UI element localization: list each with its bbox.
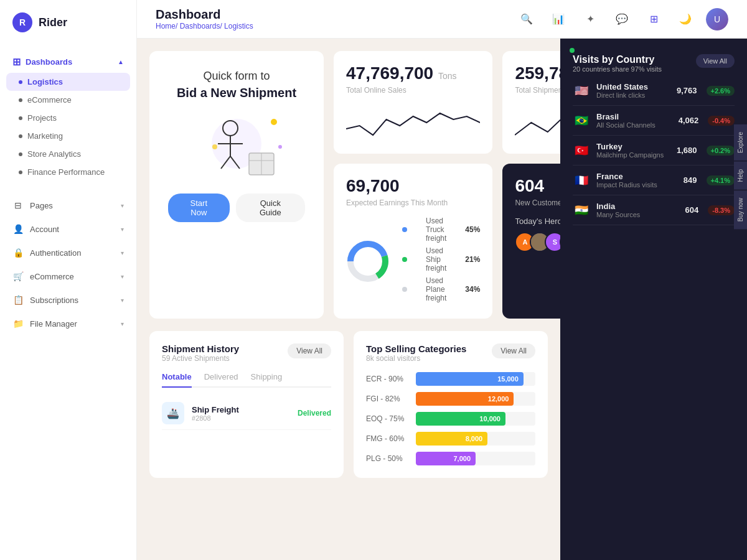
tab-notable[interactable]: Notable	[162, 372, 192, 388]
theme-icon[interactable]: 🌙	[674, 8, 697, 30]
start-now-button[interactable]: Start Now	[168, 194, 230, 222]
shipment-history-subtitle: 59 Active Shipments	[162, 354, 239, 363]
grid-icon[interactable]: ⊞	[642, 8, 665, 30]
sidebar-item-ecommerce-main[interactable]: 🛒 eCommerce ▾	[0, 264, 136, 288]
total-shipments-value: 259,786	[515, 63, 560, 83]
shipments-chart	[515, 104, 560, 141]
bottom-row: Shipment History 59 Active Shipments Vie…	[149, 331, 548, 478]
dot-icon	[19, 80, 22, 84]
tab-delivered[interactable]: Delivered	[204, 372, 238, 386]
visits-title-group: Visits by Country 20 countries share 97%…	[573, 54, 662, 73]
top-selling-card: Top Selling Categories 8k social visitor…	[354, 331, 548, 478]
country-info-2: Turkey Mailchimp Campaigns	[596, 142, 666, 159]
top-selling-view-all[interactable]: View All	[492, 343, 535, 358]
earnings-value: 69,700	[346, 176, 480, 196]
sidebar-item-marketing[interactable]: Marketing	[0, 127, 136, 145]
shipment-list: 🚢 Ship Freight #2808 Delivered	[162, 397, 331, 430]
subscriptions-icon: 📋	[12, 294, 24, 306]
sidebar-item-projects[interactable]: Projects	[0, 109, 136, 127]
sidebar-item-store-analytics[interactable]: Store Analytics	[0, 145, 136, 163]
country-source-4: Many Sources	[596, 211, 667, 218]
explore-tab[interactable]: Explore	[734, 124, 747, 161]
sidebar-item-file-manager[interactable]: 📁 File Manager ▾	[0, 312, 136, 335]
shipment-history-header: Shipment History 59 Active Shipments Vie…	[162, 343, 331, 363]
bar-item-1: FGI - 82% 12,000	[366, 392, 535, 406]
country-value-2: 1,680	[672, 146, 697, 155]
chevron-down-icon: ▾	[121, 250, 124, 256]
hero-illustration	[181, 110, 293, 184]
shipment-item-1: 🚢 Ship Freight #2808 Delivered	[162, 397, 331, 430]
bar-label-3: FMG - 60%	[366, 434, 410, 443]
sidebar-group-dashboards[interactable]: ⊞ Dashboards ▲	[0, 51, 136, 73]
logo: R Rider	[0, 0, 136, 45]
help-tab[interactable]: Help	[734, 162, 747, 190]
earnings-label: Expected Earnings This Month	[346, 198, 480, 207]
avatar[interactable]: U	[706, 8, 728, 30]
svg-point-11	[278, 145, 282, 149]
visits-view-all[interactable]: View All	[696, 54, 735, 68]
country-source-0: Direct link clicks	[596, 91, 666, 99]
country-name-4: India	[596, 202, 667, 211]
country-value-0: 9,763	[672, 86, 697, 95]
shipment-id-1: #2808	[192, 414, 290, 422]
ecommerce-icon: 🛒	[12, 271, 24, 282]
sidebar-item-account[interactable]: 👤 Account ▾	[0, 217, 136, 241]
sidebar-item-subscriptions[interactable]: 📋 Subscriptions ▾	[0, 288, 136, 312]
country-info-0: United States Direct link clicks	[596, 82, 666, 99]
breadcrumb: Home/ Dashboards/ Logistics	[156, 22, 253, 30]
shipment-history-title-group: Shipment History 59 Active Shipments	[162, 343, 239, 363]
country-value-4: 604	[674, 205, 698, 215]
search-icon[interactable]: 🔍	[515, 8, 538, 30]
truck-dot	[402, 227, 407, 232]
avatar-stack: A S P +2	[515, 232, 560, 252]
customers-card: 604 New Customers This Month Today's Her…	[502, 164, 560, 319]
top-selling-title-group: Top Selling Categories 8k social visitor…	[366, 343, 466, 363]
settings-icon[interactable]: ✦	[579, 8, 601, 30]
right-panel: Visits by Country 20 countries share 97%…	[560, 39, 747, 560]
country-item-2: 🇹🇷 Turkey Mailchimp Campaigns 1,680 +0.2…	[573, 136, 735, 166]
sidebar-item-logistics[interactable]: Logistics	[6, 73, 130, 91]
country-flag-4: 🇮🇳	[573, 204, 590, 217]
bar-track-4: 7,000	[416, 452, 535, 465]
country-item-0: 🇺🇸 United States Direct link clicks 9,76…	[573, 76, 735, 106]
sidebar-item-authentication[interactable]: 🔒 Authentication ▾	[0, 241, 136, 264]
buy-now-tab[interactable]: Buy now	[734, 190, 747, 229]
customers-label: New Customers This Month	[515, 198, 560, 207]
shipment-history-view-all[interactable]: View All	[288, 343, 331, 358]
country-item-3: 🇫🇷 France Impact Radius visits 849 +4.1%	[573, 166, 735, 195]
quick-guide-button[interactable]: Quick Guide	[236, 194, 305, 222]
sidebar-item-ecommerce[interactable]: eCommerce	[0, 91, 136, 109]
country-change-1: -0.4%	[708, 116, 735, 126]
sidebar-item-pages[interactable]: ⊟ Pages ▾	[0, 194, 136, 217]
country-change-4: -8.3%	[708, 205, 735, 215]
top-row: Quick form to Bid a New Shipment	[149, 51, 548, 319]
donut-chart	[346, 240, 390, 283]
green-dot	[570, 48, 575, 53]
bar-item-2: EOQ - 75% 10,000	[366, 412, 535, 426]
bar-track-0: 15,000	[416, 372, 535, 386]
sidebar-item-finance-performance[interactable]: Finance Performance	[0, 163, 136, 181]
main-content: Dashboard Home/ Dashboards/ Logistics 🔍 …	[137, 0, 747, 560]
country-value-3: 849	[672, 175, 697, 185]
earnings-card: 69,700 Expected Earnings This Month	[334, 164, 492, 319]
country-change-2: +0.2%	[707, 146, 735, 156]
chat-icon[interactable]: 💬	[611, 8, 633, 30]
tab-shipping[interactable]: Shipping	[251, 372, 283, 386]
dot-icon	[19, 134, 22, 138]
bar-fill-1: 12,000	[416, 392, 514, 406]
bar-chart-icon[interactable]: 📊	[547, 8, 570, 30]
sales-chart	[346, 104, 480, 141]
bar-fill-0: 15,000	[416, 372, 524, 386]
bar-label-1: FGI - 82%	[366, 394, 410, 403]
right-panel-inner: Visits by Country 20 countries share 97%…	[560, 39, 747, 241]
dot-icon	[19, 98, 22, 102]
shipment-name-1: Ship Freight	[192, 405, 290, 414]
country-info-3: France Impact Radius visits	[596, 172, 666, 189]
sidebar: R Rider ⊞ Dashboards ▲ Logistics eCommer…	[0, 0, 137, 560]
country-item-4: 🇮🇳 India Many Sources 604 -8.3%	[573, 195, 735, 225]
donut-section: Used Truck freight 45% Used Ship freight…	[346, 217, 480, 306]
visits-by-country: Visits by Country 20 countries share 97%…	[560, 39, 747, 241]
header-left: Dashboard Home/ Dashboards/ Logistics	[156, 7, 253, 30]
country-value-1: 4,062	[674, 116, 698, 125]
sidebar-section-dashboards: ⊞ Dashboards ▲ Logistics eCommerce Proje…	[0, 45, 136, 187]
